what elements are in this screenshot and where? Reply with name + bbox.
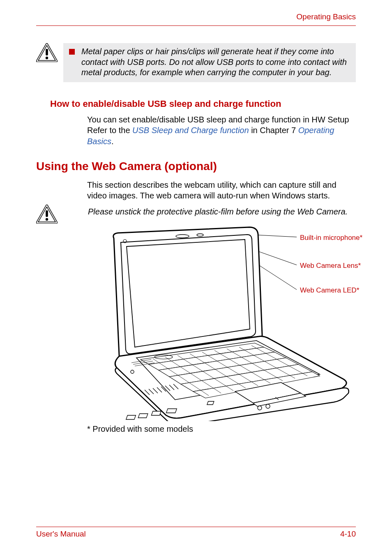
page-footer: User's Manual 4-10 bbox=[36, 527, 356, 539]
laptop-svg bbox=[87, 224, 358, 421]
bullet-square-icon bbox=[69, 49, 75, 55]
svg-rect-32 bbox=[151, 411, 161, 415]
footer-page-number: 4-10 bbox=[340, 530, 356, 539]
label-web-camera-led: Web Camera LED* bbox=[300, 286, 359, 295]
svg-point-7 bbox=[46, 218, 48, 221]
note-text: Please unstick the protective plastic-fi… bbox=[88, 207, 348, 216]
label-built-in-microphone: Built-in microphone* bbox=[300, 234, 362, 242]
svg-rect-6 bbox=[46, 210, 48, 217]
laptop-illustration: Built-in microphone* Web Camera Lens* We… bbox=[87, 224, 358, 421]
warning-icon bbox=[36, 43, 58, 62]
footer-left: User's Manual bbox=[36, 530, 86, 539]
svg-point-34 bbox=[258, 406, 262, 410]
page-header-section: Operating Basics bbox=[36, 12, 356, 21]
svg-point-35 bbox=[266, 404, 270, 408]
subheading: How to enable/disable USB sleep and char… bbox=[50, 99, 356, 109]
paragraph-2: This section describes the webcam utilit… bbox=[87, 180, 356, 201]
svg-rect-2 bbox=[46, 49, 48, 55]
warning-icon bbox=[36, 205, 58, 223]
para1-mid: in Chapter 7 bbox=[249, 126, 298, 135]
paragraph-1: You can set enable/disable USB sleep and… bbox=[87, 114, 356, 147]
header-rule bbox=[36, 25, 356, 26]
svg-rect-31 bbox=[138, 414, 148, 418]
footer-rule bbox=[36, 527, 356, 527]
footnote: * Provided with some models bbox=[87, 424, 356, 434]
warning-text: Metal paper clips or hair pins/clips wil… bbox=[81, 46, 352, 78]
heading-1: Using the Web Camera (optional) bbox=[36, 160, 356, 173]
label-web-camera-lens: Web Camera Lens* bbox=[300, 262, 361, 270]
svg-rect-30 bbox=[126, 415, 136, 419]
svg-rect-36 bbox=[207, 401, 214, 405]
note-callout: Please unstick the protective plastic-fi… bbox=[63, 207, 356, 216]
para1-suffix: . bbox=[111, 137, 114, 146]
svg-point-3 bbox=[46, 57, 48, 59]
svg-rect-33 bbox=[166, 409, 177, 413]
warning-callout: Metal paper clips or hair pins/clips wil… bbox=[63, 43, 356, 82]
link-usb-sleep-charge[interactable]: USB Sleep and Charge function bbox=[132, 126, 249, 135]
